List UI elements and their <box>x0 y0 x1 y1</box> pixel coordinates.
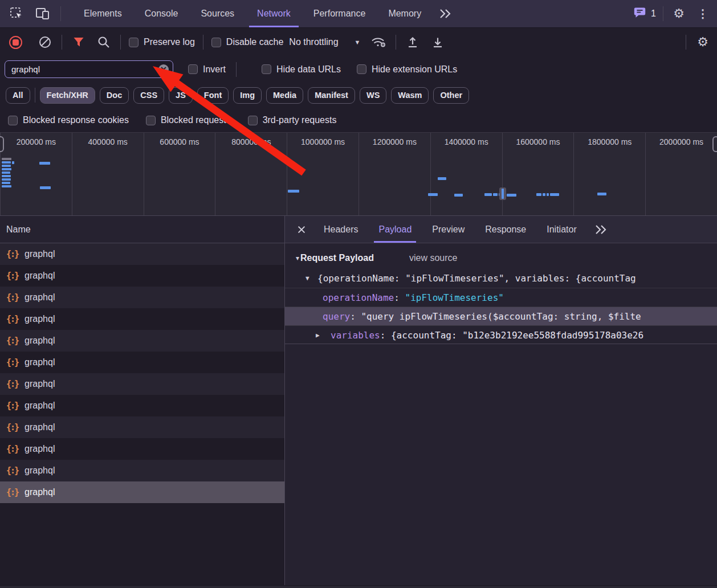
divider <box>236 62 237 77</box>
more-detail-tabs-icon[interactable] <box>587 224 614 235</box>
tab-performance[interactable]: Performance <box>302 0 377 27</box>
tab-elements[interactable]: Elements <box>72 0 133 27</box>
resource-filter-manifest[interactable]: Manifest <box>308 87 355 104</box>
payload-summary-row[interactable]: ▼ {operationName: "ipFlowTimeseries", va… <box>285 269 717 288</box>
hide-data-urls-control: Hide data URLs <box>262 64 341 75</box>
resource-filter-fetch-xhr[interactable]: Fetch/XHR <box>40 87 95 104</box>
detail-tab-preview[interactable]: Preview <box>422 216 475 243</box>
advanced-filter-blocked-response-cookies: Blocked response cookies <box>8 115 129 125</box>
request-row[interactable]: {:}graphql <box>0 395 284 416</box>
detail-tab-headers[interactable]: Headers <box>313 216 368 243</box>
tab-console[interactable]: Console <box>133 0 190 27</box>
resource-filter-font[interactable]: Font <box>197 87 229 104</box>
timeline-tick: 2000000 ms <box>645 133 717 215</box>
hide-data-urls-label: Hide data URLs <box>276 64 341 75</box>
detail-tab-payload[interactable]: Payload <box>368 216 422 243</box>
kebab-menu-icon[interactable]: ⋮ <box>694 5 711 22</box>
network-settings-gear-icon[interactable]: ⚙ <box>694 34 711 51</box>
tree-expander-icon[interactable]: ▶ <box>316 326 320 344</box>
resource-filter-js[interactable]: JS <box>169 87 193 104</box>
detail-tab-initiator[interactable]: Initiator <box>536 216 586 243</box>
divider <box>62 35 62 50</box>
json-braces-icon: {:} <box>6 357 18 368</box>
tab-network[interactable]: Network <box>246 0 302 27</box>
network-conditions-icon[interactable] <box>370 34 388 51</box>
settings-gear-icon[interactable]: ⚙ <box>670 5 687 22</box>
resource-filter-all[interactable]: All <box>6 87 30 104</box>
blocked-requests-checkbox[interactable] <box>146 116 156 125</box>
blocked-response-cookies-checkbox[interactable] <box>8 116 18 125</box>
request-row[interactable]: {:}graphql <box>0 287 284 308</box>
overview-handle-right[interactable] <box>712 136 717 152</box>
overview-handle-left[interactable] <box>0 136 4 152</box>
throttling-select[interactable]: No throttling ▼ <box>289 37 360 47</box>
resource-filter-other[interactable]: Other <box>433 87 469 104</box>
timeline-tick-label: 1200000 ms <box>373 137 417 146</box>
request-row[interactable]: {:}graphql <box>0 352 284 373</box>
request-row[interactable]: {:}graphql <box>0 481 284 503</box>
section-collapse-icon[interactable]: ▾ <box>296 254 299 262</box>
advanced-filters: Blocked response cookiesBlocked requests… <box>0 108 717 132</box>
resource-filter-doc[interactable]: Doc <box>100 87 129 104</box>
timeline-tick-label: 800000 ms <box>231 137 271 146</box>
request-row[interactable]: {:}graphql <box>0 308 284 330</box>
name-column-header[interactable]: Name <box>0 216 284 243</box>
payload-row-query[interactable]: query: "query ipFlowTimeseries($accountT… <box>285 307 717 325</box>
waterfall-bar <box>2 185 11 187</box>
device-toolbar-icon[interactable] <box>34 5 51 22</box>
request-row[interactable]: {:}graphql <box>0 330 284 352</box>
view-source-link[interactable]: view source <box>409 253 457 263</box>
tab-sources[interactable]: Sources <box>189 0 246 27</box>
waterfall-bar <box>428 193 438 196</box>
issues-count: 1 <box>651 9 656 19</box>
payload-row-operationname[interactable]: operationName: "ipFlowTimeseries" <box>285 288 717 307</box>
waterfall-bar <box>288 190 299 193</box>
record-button[interactable] <box>9 36 22 49</box>
tree-collapse-icon[interactable]: ▼ <box>305 269 309 288</box>
issues-badge[interactable]: 1 <box>633 6 656 22</box>
request-row[interactable]: {:}graphql <box>0 416 284 438</box>
request-row[interactable]: {:}graphql <box>0 460 284 481</box>
import-har-icon[interactable] <box>404 34 421 51</box>
close-panel-button[interactable] <box>290 216 313 243</box>
request-name: graphql <box>25 249 55 259</box>
3rd-party-requests-checkbox[interactable] <box>248 116 258 125</box>
detail-tabs: HeadersPayloadPreviewResponseInitiator <box>285 216 717 243</box>
timeline-tick: 200000 ms <box>0 133 72 215</box>
waterfall-bar <box>2 172 10 174</box>
request-row[interactable]: {:}graphql <box>0 373 284 395</box>
disable-cache-control: Disable cache <box>211 37 284 47</box>
resource-filter-css[interactable]: CSS <box>133 87 164 104</box>
hide-extension-urls-label: Hide extension URLs <box>372 64 457 75</box>
detail-tab-response[interactable]: Response <box>475 216 536 243</box>
resource-filter-wasm[interactable]: Wasm <box>391 87 429 104</box>
export-har-icon[interactable] <box>429 34 446 51</box>
payload-row-variables[interactable]: ▶variables: {accountTag: "b12e3b2192ee55… <box>285 325 717 344</box>
resource-type-filters: AllFetch/XHRDocCSSJSFontImgMediaManifest… <box>0 82 717 108</box>
advanced-filter-3rd-party-requests: 3rd-party requests <box>248 115 337 125</box>
request-row[interactable]: {:}graphql <box>0 438 284 460</box>
network-overview-timeline[interactable]: 200000 ms400000 ms600000 ms800000 ms1000… <box>0 132 717 216</box>
resource-filter-img[interactable]: Img <box>233 87 262 104</box>
invert-checkbox[interactable] <box>188 64 198 74</box>
inspect-element-icon[interactable] <box>8 5 25 22</box>
search-icon[interactable] <box>95 34 112 51</box>
disable-cache-checkbox[interactable] <box>211 38 221 47</box>
resource-filter-ws[interactable]: WS <box>360 87 386 104</box>
throttling-value: No throttling <box>289 37 338 47</box>
resource-filter-media[interactable]: Media <box>266 87 303 104</box>
3rd-party-requests-label: 3rd-party requests <box>263 115 337 125</box>
request-row[interactable]: {:}graphql <box>0 243 284 265</box>
clear-filter-icon[interactable] <box>158 64 169 75</box>
tab-memory[interactable]: Memory <box>377 0 433 27</box>
request-row[interactable]: {:}graphql <box>0 265 284 287</box>
waterfall-bar <box>2 168 11 170</box>
filter-funnel-icon[interactable] <box>70 34 87 51</box>
hide-data-urls-checkbox[interactable] <box>262 64 271 74</box>
more-panels-icon[interactable] <box>433 0 458 27</box>
clear-requests-icon[interactable] <box>36 34 54 51</box>
waterfall-bar <box>438 177 446 180</box>
filter-input[interactable] <box>5 60 173 78</box>
preserve-log-checkbox[interactable] <box>129 38 138 47</box>
hide-extension-urls-checkbox[interactable] <box>357 64 366 74</box>
